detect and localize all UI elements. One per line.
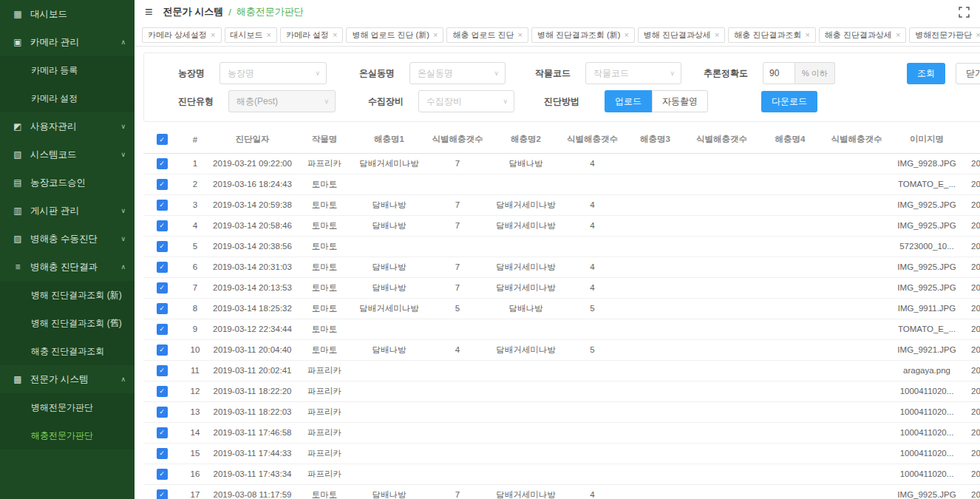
select-all-checkbox[interactable]: ✓ bbox=[157, 134, 168, 145]
tab[interactable]: 해충 진단결과조회 × bbox=[728, 27, 816, 43]
table-row[interactable]: ✓ 15 2019-03-11 17:44:33 파프리카 bbox=[143, 443, 980, 464]
table-row[interactable]: ✓ 6 2019-03-14 20:31:03 토마토 담배나방 7 담배거세미… bbox=[143, 257, 980, 277]
table-row[interactable]: ✓ 9 2019-03-12 22:34:44 토마토 bbox=[143, 319, 980, 339]
sidebar-item[interactable]: ▧ 시스템코드 ∨ bbox=[0, 140, 135, 169]
row-checkbox[interactable]: ✓ bbox=[157, 303, 168, 314]
accuracy-input[interactable] bbox=[763, 62, 795, 84]
table-row[interactable]: ✓ 5 2019-03-14 20:38:56 토마토 bbox=[143, 236, 980, 257]
results-table-container: ✓ # 진단일자 작물명 해충명1 식별해충갯수 해충명2 식별해충갯수 해충명… bbox=[135, 126, 980, 499]
sidebar-item[interactable]: ▤ 농장코드승인 bbox=[0, 169, 135, 197]
table-row[interactable]: ✓ 3 2019-03-14 20:59:38 토마토 담배나방 7 담배거세미… bbox=[143, 194, 980, 215]
sidebar-item[interactable]: ▥ 게시판 관리 ∨ bbox=[0, 197, 135, 225]
row-checkbox[interactable]: ✓ bbox=[157, 179, 168, 190]
tab[interactable]: 병해 진단결과상세 × bbox=[638, 27, 726, 43]
sidebar-item[interactable]: ≡ 병해충 진단결과 ∧ bbox=[0, 253, 135, 281]
row-checkbox[interactable]: ✓ bbox=[157, 407, 168, 418]
app: ▦ 대시보드 ▣ 카메라 관리 ∧ 카메라 등록 카메라 설정 bbox=[0, 0, 980, 499]
tab-close-icon[interactable]: × bbox=[267, 30, 271, 39]
table-row[interactable]: ✓ 2 2019-03-16 18:24:43 토마토 bbox=[143, 174, 980, 194]
cell-checkbox: ✓ bbox=[143, 257, 180, 277]
sidebar-item[interactable]: 카메라 설정 bbox=[0, 84, 135, 112]
fullscreen-icon[interactable] bbox=[959, 7, 970, 18]
auto-capture-method-button[interactable]: 자동촬영 bbox=[652, 90, 708, 112]
table-row[interactable]: ✓ 8 2019-03-14 18:25:32 토마토 담배거세미나방 5 담배… bbox=[143, 298, 980, 319]
tab-close-icon[interactable]: × bbox=[715, 30, 719, 39]
diagnosis-type-select[interactable]: 해충(Pest) ∨ bbox=[228, 90, 336, 112]
sidebar-item[interactable]: ▣ 카메라 관리 ∧ bbox=[0, 28, 135, 56]
cell-pest-count-4 bbox=[823, 194, 890, 215]
table-row[interactable]: ✓ 14 2019-03-11 17:46:58 파프리카 bbox=[143, 422, 980, 443]
table-row[interactable]: ✓ 17 2019-03-08 11:17:59 토마토 담배나방 7 담배거세… bbox=[143, 484, 980, 499]
sidebar-item[interactable]: 병해 진단결과조회 (新) bbox=[0, 281, 135, 309]
tab[interactable]: 카메라 상세설정 × bbox=[142, 27, 222, 43]
close-button[interactable]: 닫기 bbox=[956, 63, 980, 84]
sidebar-item[interactable]: 카메라 등록 bbox=[0, 56, 135, 84]
row-checkbox[interactable]: ✓ bbox=[157, 344, 168, 356]
sidebar-item-icon: ▧ bbox=[12, 149, 24, 160]
sidebar-item[interactable]: ▨ 병해충 수동진단 ∨ bbox=[0, 225, 135, 253]
table-row[interactable]: ✓ 7 2019-03-14 20:13:53 토마토 담배나방 7 담배거세미… bbox=[143, 277, 980, 298]
tab-close-icon[interactable]: × bbox=[805, 30, 809, 39]
tab-close-icon[interactable]: × bbox=[333, 30, 337, 39]
sidebar-item[interactable]: ▩ 전문가 시스템 ∧ bbox=[0, 365, 135, 393]
table-row[interactable]: ✓ 16 2019-03-11 17:43:34 파프리카 bbox=[143, 464, 980, 484]
tab[interactable]: 대시보드 × bbox=[225, 27, 277, 43]
breadcrumb-root[interactable]: 전문가 시스템 bbox=[163, 5, 224, 18]
row-checkbox[interactable]: ✓ bbox=[157, 262, 168, 273]
sidebar-item[interactable]: 병해전문가판단 bbox=[0, 393, 135, 421]
tab-close-icon[interactable]: × bbox=[518, 30, 523, 39]
sidebar-item[interactable]: 병해 진단결과조회 (舊) bbox=[0, 309, 135, 337]
cell-pest-name-3 bbox=[624, 174, 687, 194]
tab-close-icon[interactable]: × bbox=[976, 30, 980, 39]
tab[interactable]: 카메라 설정 × bbox=[280, 27, 344, 43]
row-checkbox[interactable]: ✓ bbox=[157, 220, 168, 231]
upload-method-button[interactable]: 업로드 bbox=[605, 90, 652, 112]
menu-icon[interactable]: ≡ bbox=[145, 5, 153, 18]
tab-close-icon[interactable]: × bbox=[433, 30, 438, 39]
greenhouse-select[interactable]: 온실동명 ∨ bbox=[409, 62, 506, 84]
row-checkbox[interactable]: ✓ bbox=[157, 282, 168, 293]
cell-diagnosis-date: 2019-03-11 18:22:20 bbox=[210, 381, 295, 401]
row-checkbox[interactable]: ✓ bbox=[157, 365, 168, 376]
row-checkbox[interactable]: ✓ bbox=[157, 489, 168, 499]
row-checkbox[interactable]: ✓ bbox=[157, 200, 168, 211]
row-checkbox[interactable]: ✓ bbox=[157, 324, 168, 335]
sidebar-item[interactable]: ▦ 대시보드 bbox=[0, 0, 135, 28]
download-button[interactable]: 다운로드 bbox=[761, 91, 817, 112]
table-row[interactable]: ✓ 10 2019-03-11 20:04:40 토마토 담배나방 4 담배거세… bbox=[143, 339, 980, 360]
cell-checkbox: ✓ bbox=[143, 443, 180, 464]
tab[interactable]: 병해 업로드 진단 (新) × bbox=[346, 27, 443, 43]
cell-crop-name: 토마토 bbox=[295, 194, 354, 215]
device-select[interactable]: 수집장비 ∨ bbox=[418, 90, 514, 112]
row-checkbox[interactable]: ✓ bbox=[157, 241, 168, 252]
tab[interactable]: 병해 진단결과조회 (新) × bbox=[531, 27, 635, 43]
table-row[interactable]: ✓ 12 2019-03-11 18:22:20 파프리카 bbox=[143, 381, 980, 401]
sidebar-item[interactable]: 해충 진단결과조회 bbox=[0, 337, 135, 365]
table-row[interactable]: ✓ 11 2019-03-11 20:02:41 파프리카 bbox=[143, 360, 980, 381]
row-checkbox[interactable]: ✓ bbox=[157, 158, 168, 169]
row-checkbox[interactable]: ✓ bbox=[157, 469, 168, 480]
sidebar-item[interactable]: 해충전문가판단 bbox=[0, 421, 135, 449]
tab[interactable]: 병해전문가판단 × bbox=[909, 27, 980, 43]
row-checkbox[interactable]: ✓ bbox=[157, 427, 168, 438]
table-row[interactable]: ✓ 1 2019-03-21 09:22:00 파프리카 담배거세미나방 7 담… bbox=[143, 153, 980, 174]
tab-close-icon[interactable]: × bbox=[624, 30, 628, 39]
cell-number: 4 bbox=[180, 215, 210, 236]
cell-checkbox: ✓ bbox=[143, 194, 180, 215]
table-row[interactable]: ✓ 4 2019-03-14 20:58:46 토마토 담배나방 7 담배거세미… bbox=[143, 215, 980, 236]
cell-checkbox: ✓ bbox=[143, 319, 180, 339]
row-checkbox[interactable]: ✓ bbox=[157, 386, 168, 397]
check-icon: ✓ bbox=[159, 305, 165, 312]
search-button[interactable]: 조회 bbox=[907, 63, 945, 84]
row-checkbox[interactable]: ✓ bbox=[157, 448, 168, 459]
cell-pest-count-1: 7 bbox=[424, 484, 491, 499]
cell-pest-name-4 bbox=[757, 422, 823, 443]
tab[interactable]: 해충 업로드 진단 × bbox=[446, 27, 528, 43]
tab[interactable]: 해충 진단결과상세 × bbox=[819, 27, 907, 43]
table-row[interactable]: ✓ 13 2019-03-11 18:22:03 파프리카 bbox=[143, 401, 980, 422]
farm-name-select[interactable]: 농장명 ∨ bbox=[220, 62, 327, 84]
tab-close-icon[interactable]: × bbox=[896, 30, 900, 39]
tab-close-icon[interactable]: × bbox=[211, 30, 215, 39]
sidebar-item[interactable]: ◩ 사용자관리 ∨ bbox=[0, 112, 135, 140]
crop-code-select[interactable]: 작물코드 ∨ bbox=[585, 62, 681, 84]
